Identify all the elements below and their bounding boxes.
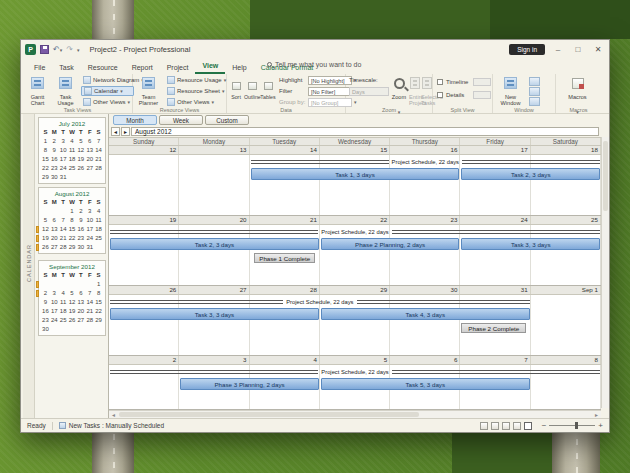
tell-me-search[interactable]: Tell me what you want to do [267, 61, 361, 71]
mini-date[interactable]: 13 [50, 225, 59, 234]
mini-date[interactable]: 18 [68, 155, 77, 164]
mini-date[interactable]: 20 [50, 234, 59, 243]
mini-date[interactable]: 1 [41, 137, 50, 146]
mini-date[interactable]: 17 [50, 307, 59, 316]
date-cell[interactable]: 15 [320, 146, 390, 154]
calendar-view-button[interactable]: Calendar▾ [81, 86, 134, 96]
mini-date[interactable]: 23 [76, 234, 85, 243]
team-planner-button[interactable]: Team Planner▾ [135, 75, 162, 105]
mini-date[interactable]: 22 [41, 164, 50, 173]
milestone-bar[interactable]: Phase 2 Complete [461, 323, 526, 333]
date-cell[interactable]: 4 [250, 356, 320, 364]
team-planner-view-icon[interactable] [502, 422, 510, 430]
mini-date[interactable]: 29 [68, 243, 77, 252]
date-cell[interactable]: 17 [460, 146, 530, 154]
view-mode-month-button[interactable]: Month [113, 115, 157, 125]
day-cell[interactable] [179, 155, 249, 215]
tab-project[interactable]: Project [160, 62, 196, 74]
mini-date[interactable]: 17 [85, 225, 94, 234]
mini-date[interactable]: 12 [68, 298, 77, 307]
mini-date[interactable]: 27 [50, 243, 59, 252]
mini-date[interactable]: 31 [59, 173, 68, 182]
customize-qat-icon[interactable]: ▾ [77, 47, 80, 53]
date-cell[interactable]: 16 [390, 146, 460, 154]
mini-date[interactable]: 5 [41, 216, 50, 225]
tab-resource[interactable]: Resource [81, 62, 125, 74]
zoom-slider-thumb[interactable] [575, 422, 578, 429]
mini-date[interactable]: 16 [76, 225, 85, 234]
tab-help[interactable]: Help [225, 62, 253, 74]
mini-date[interactable]: 25 [94, 234, 103, 243]
mini-date[interactable]: 6 [50, 216, 59, 225]
date-cell[interactable]: 8 [531, 356, 601, 364]
mini-date[interactable]: 4 [68, 137, 77, 146]
date-cell[interactable]: 12 [109, 146, 179, 154]
details-checkbox-row[interactable]: Details [437, 90, 491, 100]
mini-date[interactable]: 27 [76, 316, 85, 325]
mini-date[interactable]: 3 [85, 207, 94, 216]
resource-sheet-view-icon[interactable] [513, 422, 521, 430]
next-month-button[interactable]: ► [121, 127, 130, 136]
horizontal-scroll-thumb[interactable] [119, 412, 419, 417]
view-mode-week-button[interactable]: Week [159, 115, 203, 125]
mini-date[interactable]: 20 [85, 155, 94, 164]
macros-button[interactable]: Macros▾ [564, 75, 591, 105]
mini-date[interactable]: 11 [94, 216, 103, 225]
resource-sheet-button[interactable]: Resource Sheet▾ [165, 86, 223, 96]
date-cell[interactable]: 7 [460, 356, 530, 364]
project-app-icon[interactable]: P [25, 44, 36, 55]
mini-date[interactable]: 30 [76, 243, 85, 252]
redo-icon[interactable]: ↷ [66, 45, 73, 55]
mini-date[interactable]: 15 [68, 225, 77, 234]
task-bar[interactable]: Phase 3 Planning, 2 days [180, 378, 319, 390]
task-bar[interactable]: Task 3, 3 days [461, 238, 600, 250]
zoom-slider[interactable]: − + [542, 421, 603, 430]
date-cell[interactable]: 22 [320, 216, 390, 224]
other-views-button[interactable]: Other Views▾ [81, 97, 134, 107]
mini-date[interactable]: 31 [85, 243, 94, 252]
mini-date[interactable]: 6 [85, 137, 94, 146]
mini-date[interactable]: 21 [94, 155, 103, 164]
tab-view[interactable]: View [195, 60, 225, 74]
mini-date[interactable]: 1 [68, 207, 77, 216]
mini-date[interactable]: 6 [76, 289, 85, 298]
task-usage-button[interactable]: Task Usage▾ [52, 75, 79, 105]
mini-date[interactable]: 15 [41, 155, 50, 164]
mini-date[interactable]: 19 [68, 307, 77, 316]
mini-date[interactable]: 3 [50, 289, 59, 298]
gantt-chart-view-icon[interactable] [480, 422, 488, 430]
report-view-icon[interactable] [524, 422, 532, 430]
zoom-in-icon[interactable]: + [598, 421, 603, 430]
mini-date[interactable]: 28 [59, 243, 68, 252]
mini-date[interactable]: 22 [94, 307, 103, 316]
date-cell[interactable]: 23 [390, 216, 460, 224]
task-bar[interactable]: Phase 2 Planning, 2 days [321, 238, 460, 250]
mini-date[interactable]: 8 [41, 146, 50, 155]
task-bar[interactable]: Task 5, 3 days [321, 378, 530, 390]
filter-control[interactable]: Filter [No Filter]▾ [279, 86, 357, 96]
date-cell[interactable]: 5 [320, 356, 390, 364]
mini-date[interactable]: 11 [68, 146, 77, 155]
task-usage-view-icon[interactable] [491, 422, 499, 430]
mini-date[interactable]: 14 [94, 146, 103, 155]
mini-date[interactable]: 16 [50, 155, 59, 164]
network-diagram-button[interactable]: Network Diagram▾ [81, 75, 134, 85]
milestone-bar[interactable]: Phase 1 Complete [254, 253, 315, 263]
mini-date[interactable]: 17 [59, 155, 68, 164]
details-checkbox[interactable] [437, 92, 443, 98]
date-cell[interactable]: 2 [109, 356, 179, 364]
date-cell[interactable]: 31 [460, 286, 530, 294]
mini-date[interactable]: 1 [94, 280, 103, 289]
mini-date[interactable]: 13 [85, 146, 94, 155]
mini-date[interactable]: 23 [50, 164, 59, 173]
mini-date[interactable]: 14 [59, 225, 68, 234]
mini-date[interactable]: 29 [94, 316, 103, 325]
mini-date[interactable]: 19 [76, 155, 85, 164]
mini-date[interactable]: 9 [50, 146, 59, 155]
mini-date[interactable]: 27 [85, 164, 94, 173]
close-button[interactable]: ✕ [591, 45, 605, 54]
resource-usage-button[interactable]: Resource Usage▾ [165, 75, 223, 85]
day-cell[interactable] [109, 155, 179, 215]
mini-date[interactable]: 10 [50, 298, 59, 307]
mini-date[interactable]: 12 [76, 146, 85, 155]
